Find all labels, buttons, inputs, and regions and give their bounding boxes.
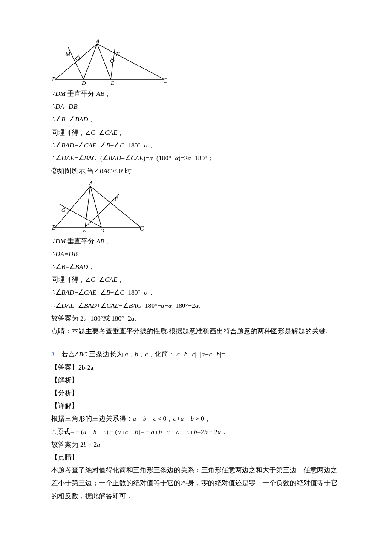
label-D: D bbox=[100, 227, 104, 232]
svg-line-1 bbox=[55, 44, 97, 79]
t: DA=DB bbox=[55, 103, 78, 110]
q3-detail-1: 根据三角形的三边关系得：a－b－c＜0，c+a－b＞0， bbox=[51, 412, 341, 425]
t: − bbox=[164, 302, 168, 309]
t: a－b－c bbox=[83, 428, 106, 435]
t: =∠ bbox=[74, 154, 84, 162]
label-M: M bbox=[65, 51, 71, 57]
t: 垂直平分 bbox=[66, 237, 96, 245]
t: α bbox=[161, 302, 164, 309]
proof2-line1: ∵DM 垂直平分 AB， bbox=[51, 235, 341, 248]
t: +∠ bbox=[74, 289, 84, 296]
t: ∴∠ bbox=[51, 116, 61, 123]
t: α bbox=[144, 289, 147, 296]
proof2-line7: 故答案为 2α−180°或 180°−2α. bbox=[51, 312, 341, 325]
t: 三条边长为 bbox=[87, 350, 125, 358]
label-B: B bbox=[52, 225, 56, 231]
t: )－( bbox=[106, 428, 117, 435]
t: =∠ bbox=[74, 302, 84, 309]
t: a bbox=[97, 441, 100, 448]
proof1-line5: ∴∠BAD+∠CAE=∠B+∠C=180°−α， bbox=[51, 139, 341, 152]
t: ， bbox=[88, 263, 95, 270]
t: )= bbox=[143, 154, 149, 162]
q3-detail-2: ∴原式=－(a－b－c)－(a+c－b)=－a+b+c－a－c+b=2b－2a． bbox=[51, 425, 341, 438]
t: −(∠ bbox=[96, 154, 108, 162]
proof2-line3: ∴∠B=∠BAD， bbox=[51, 260, 341, 273]
t: BAD bbox=[75, 116, 88, 123]
t: AB bbox=[96, 237, 104, 245]
t: =∠ bbox=[65, 116, 75, 123]
t: ， bbox=[117, 276, 124, 283]
t: −180°或 180°−2 bbox=[87, 315, 131, 322]
svg-line-13 bbox=[85, 200, 113, 227]
label-E: E bbox=[110, 80, 114, 85]
t: +∠ bbox=[110, 289, 120, 296]
proof2-line2: ∴DA=DB， bbox=[51, 248, 341, 260]
t: CAE bbox=[84, 289, 96, 296]
q3-detail-3: 故答案为 2b－2a bbox=[51, 438, 341, 451]
t: α bbox=[175, 154, 178, 162]
t: 同理可得，∠ bbox=[51, 129, 91, 136]
t: −∠ bbox=[119, 302, 129, 309]
t: α bbox=[168, 302, 172, 309]
t: =∠ bbox=[95, 129, 105, 136]
t: －2 bbox=[208, 428, 218, 435]
t: 故答案为 2 bbox=[51, 441, 84, 448]
t: DAE bbox=[61, 302, 74, 309]
t: −(180°− bbox=[153, 154, 175, 162]
t: α bbox=[144, 142, 147, 149]
q3-fenxi-label: 【分析】 bbox=[51, 387, 341, 399]
t: 根据三角形的三边关系得： bbox=[51, 415, 133, 422]
diagram-1: A B C D E M N bbox=[51, 39, 341, 85]
t: ， bbox=[104, 90, 111, 97]
t: ， bbox=[78, 250, 84, 257]
t: ， bbox=[117, 129, 124, 136]
page-divider bbox=[51, 26, 341, 26]
t: ． bbox=[259, 350, 266, 358]
proof2-line5: ∴∠BAD+∠CAE=∠B+∠C=180°−α， bbox=[51, 286, 341, 299]
t: CAE bbox=[131, 154, 143, 162]
answer-value: 2b-2a bbox=[78, 364, 93, 371]
q3-dianjing-text: 本题考查了绝对值得化简和三角形三条边的关系：三角形任意两边之和大于第三边，任意两… bbox=[51, 464, 341, 503]
t: =∠ bbox=[96, 289, 106, 296]
q3-number: 3． bbox=[51, 350, 61, 358]
t: BAD bbox=[108, 154, 121, 162]
label-G: G bbox=[61, 207, 66, 213]
svg-line-2 bbox=[97, 44, 164, 79]
t: DAE bbox=[61, 154, 74, 162]
svg-line-3 bbox=[84, 44, 97, 79]
svg-line-11 bbox=[90, 186, 101, 227]
label-C: C bbox=[140, 225, 144, 232]
t: BAC bbox=[129, 302, 141, 309]
t: 点睛：本题主要考查垂直平分线的性质.根据题意准确画出符合题意的两种图形是解题的关… bbox=[51, 327, 327, 335]
label-N: N bbox=[115, 51, 120, 57]
t: DM bbox=[55, 90, 66, 97]
t: )=2 bbox=[179, 154, 188, 162]
t: +∠ bbox=[97, 302, 107, 309]
proof2-line6: ∴∠DAE=∠BAD+∠CAE−∠BAC=180°−α−α=180°−2α. bbox=[51, 299, 341, 312]
t: 垂直平分 bbox=[66, 90, 96, 97]
t: +∠ bbox=[74, 142, 84, 149]
proof2-line4: 同理可得，∠C=∠CAE， bbox=[51, 273, 341, 286]
t: ∴∠ bbox=[51, 154, 61, 162]
t: |= bbox=[220, 350, 225, 358]
t: =180°− bbox=[124, 289, 144, 296]
t: ∴原式=－( bbox=[51, 428, 83, 435]
label-A: A bbox=[89, 181, 93, 187]
t: a−b−c bbox=[176, 350, 195, 358]
t: DA=DB bbox=[55, 250, 78, 257]
label-E: E bbox=[82, 227, 86, 232]
svg-line-10 bbox=[85, 186, 90, 227]
t: 同理可得，∠ bbox=[51, 276, 91, 283]
diagram-2: A B C D E F G bbox=[51, 181, 341, 232]
svg-line-9 bbox=[90, 186, 141, 227]
label-A: A bbox=[95, 39, 100, 44]
t: CAE bbox=[84, 142, 96, 149]
t: ＞0， bbox=[194, 415, 211, 422]
t: a bbox=[125, 350, 128, 358]
proof1-line4: 同理可得，∠C=∠CAE， bbox=[51, 126, 341, 139]
t: ． bbox=[221, 428, 228, 435]
t: <90°时， bbox=[112, 167, 138, 174]
t: BAC bbox=[84, 154, 96, 162]
fill-blank bbox=[225, 350, 259, 357]
t: . bbox=[199, 302, 200, 309]
